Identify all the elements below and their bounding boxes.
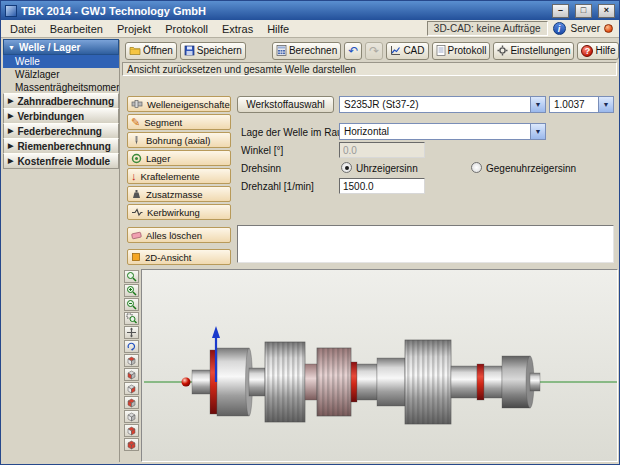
- chevron-right-icon: ▶: [8, 127, 13, 135]
- settings-button[interactable]: Einstellungen: [493, 42, 574, 60]
- chevron-down-icon[interactable]: ▼: [530, 124, 545, 139]
- chevron-right-icon: ▶: [8, 157, 13, 165]
- viewport-toolbar: [124, 270, 140, 462]
- nav-section-verbindungen[interactable]: ▶ Verbindungen: [3, 108, 119, 124]
- menu-bearbeiten[interactable]: Bearbeiten: [43, 22, 110, 36]
- shaft-3d-canvas[interactable]: [141, 269, 618, 462]
- notch-icon: [131, 208, 143, 217]
- zoom-in-icon[interactable]: [124, 284, 139, 297]
- material-combo[interactable]: S235JR (St37-2) ▼: [339, 96, 546, 113]
- nav-section-label: Riemenberechnung: [17, 141, 110, 152]
- rotation-cw-radio[interactable]: [341, 162, 352, 173]
- info-icon[interactable]: i: [553, 22, 566, 35]
- force-elements-button[interactable]: ↓ Kraftelemente: [127, 168, 231, 184]
- nav-section-welle-lager[interactable]: ▼ Welle / Lager: [3, 39, 119, 55]
- redo-button[interactable]: ↷: [365, 42, 383, 60]
- view-top-icon[interactable]: [124, 354, 139, 367]
- sidebar-item-massentraegheitsmoment[interactable]: Massenträgheitsmoment: [3, 81, 119, 94]
- material-value: S235JR (St37-2): [344, 99, 418, 110]
- menu-protokoll[interactable]: Protokoll: [158, 22, 215, 36]
- help-icon: ?: [581, 45, 593, 57]
- nav-section-riemenberechnung[interactable]: ▶ Riemenberechnung: [3, 138, 119, 154]
- drill-icon: [131, 135, 142, 146]
- shaft-icon: [131, 99, 143, 109]
- rotate-view-icon[interactable]: [124, 340, 139, 353]
- material-number-value: 1.0037: [554, 99, 585, 110]
- view-iso-icon[interactable]: [124, 438, 139, 451]
- angle-label: Winkel [°]: [241, 145, 283, 156]
- undo-button[interactable]: ↶: [344, 42, 362, 60]
- zoom-window-icon[interactable]: [124, 312, 139, 325]
- nav-section-zahnradberechnung[interactable]: ▶ Zahnradberechnung: [3, 93, 119, 109]
- chevron-down-icon[interactable]: ▼: [530, 97, 545, 112]
- save-button[interactable]: Speichern: [180, 42, 246, 60]
- eraser-icon: [131, 231, 142, 240]
- angle-input[interactable]: [339, 142, 425, 158]
- title-bar[interactable]: TBK 2014 - GWJ Technology GmbH – □ ×: [1, 1, 619, 20]
- close-button[interactable]: ×: [598, 4, 615, 18]
- help-button[interactable]: ? Hilfe: [577, 42, 619, 60]
- nav-section-label: Federberechnung: [17, 126, 101, 137]
- rotation-cw-label[interactable]: Uhrzeigersinn: [356, 163, 418, 174]
- menu-datei[interactable]: Datei: [3, 22, 43, 36]
- menu-bar: Datei Bearbeiten Projekt Protokoll Extra…: [1, 20, 619, 38]
- menu-projekt[interactable]: Projekt: [110, 22, 158, 36]
- rotation-ccw-label[interactable]: Gegenuhrzeigersinn: [486, 163, 576, 174]
- folder-icon: [129, 45, 141, 56]
- additional-mass-button[interactable]: Zusatzmasse: [127, 186, 231, 202]
- shaft-properties-button[interactable]: Welleneigenschaften: [127, 96, 231, 112]
- view-back-icon[interactable]: [124, 410, 139, 423]
- chart-icon: [390, 45, 401, 56]
- chevron-down-icon[interactable]: ▼: [598, 97, 613, 112]
- speed-label: Drehzahl [1/min]: [241, 181, 314, 192]
- material-select-button[interactable]: Werkstoffauswahl: [237, 96, 334, 113]
- comment-textarea[interactable]: [237, 225, 614, 263]
- redo-icon: ↷: [369, 45, 379, 57]
- view-right-icon[interactable]: [124, 382, 139, 395]
- view-left-icon[interactable]: [124, 396, 139, 409]
- server-label: Server: [571, 23, 600, 34]
- gear-icon: [497, 45, 508, 56]
- zoom-fit-icon[interactable]: [124, 270, 139, 283]
- shaft-3d-rendering: [142, 270, 618, 462]
- weight-icon: [131, 189, 142, 199]
- undo-icon: ↶: [348, 45, 358, 57]
- minimize-button[interactable]: –: [552, 4, 569, 18]
- sidebar-item-welle[interactable]: Welle: [3, 55, 119, 68]
- orientation-combo[interactable]: Horizontal ▼: [339, 123, 546, 140]
- zoom-out-icon[interactable]: [124, 298, 139, 311]
- server-status-icon: [604, 24, 613, 33]
- segment-button[interactable]: ✎ Segment: [127, 114, 231, 130]
- bearing-button[interactable]: Lager: [127, 150, 231, 166]
- axial-bore-button[interactable]: Bohrung (axial): [127, 132, 231, 148]
- notch-effect-button[interactable]: Kerbwirkung: [127, 204, 231, 220]
- nav-section-federberechnung[interactable]: ▶ Federberechnung: [3, 123, 119, 139]
- open-button[interactable]: Öffnen: [125, 42, 177, 60]
- material-number-combo[interactable]: 1.0037 ▼: [549, 96, 614, 113]
- calculator-icon: [276, 45, 287, 56]
- sidebar: ▼ Welle / Lager Welle Wälzlager Massentr…: [3, 40, 120, 462]
- menu-extras[interactable]: Extras: [215, 22, 260, 36]
- maximize-button[interactable]: □: [575, 4, 592, 18]
- pan-icon[interactable]: [124, 326, 139, 339]
- orientation-label: Lage der Welle im Raum: [241, 127, 351, 138]
- cad-button[interactable]: CAD: [386, 42, 428, 60]
- view-2d-button[interactable]: 2D-Ansicht: [127, 249, 231, 265]
- view-front-icon[interactable]: [124, 368, 139, 381]
- square-2d-icon: [131, 252, 141, 262]
- rotation-ccw-radio[interactable]: [471, 162, 482, 173]
- clear-all-button[interactable]: Alles löschen: [127, 227, 231, 243]
- nav-section-kostenfreie-module[interactable]: ▶ Kostenfreie Module: [3, 153, 119, 169]
- menu-hilfe[interactable]: Hilfe: [260, 22, 296, 36]
- chevron-down-icon: ▼: [8, 44, 15, 51]
- view-bottom-icon[interactable]: [124, 424, 139, 437]
- chevron-right-icon: ▶: [8, 97, 13, 105]
- speed-input[interactable]: [339, 178, 425, 194]
- bearing-icon: [131, 153, 142, 164]
- report-button[interactable]: Protokoll: [432, 42, 491, 60]
- calculate-button[interactable]: Berechnen: [272, 42, 341, 60]
- sidebar-item-waelzlager[interactable]: Wälzlager: [3, 68, 119, 81]
- nav-section-label: Zahnradberechnung: [17, 96, 114, 107]
- app-window: TBK 2014 - GWJ Technology GmbH – □ × Dat…: [0, 0, 620, 465]
- main-toolbar: Öffnen Speichern Berechnen ↶ ↷ CAD Proto…: [122, 40, 619, 61]
